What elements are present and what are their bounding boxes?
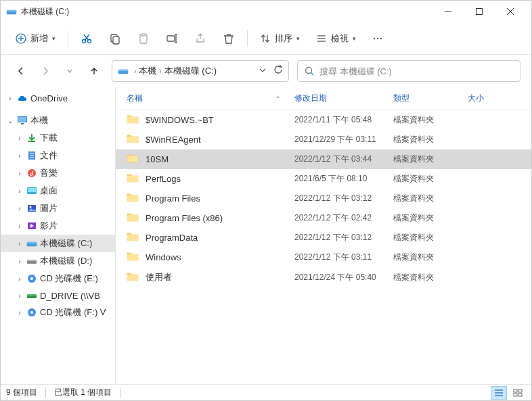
file-row[interactable]: Program Files2022/1/12 下午 03:12檔案資料夾 xyxy=(116,189,531,208)
chevron-right-icon[interactable]: › xyxy=(6,95,14,102)
chevron-down-icon[interactable]: ⌄ xyxy=(6,117,14,124)
tree-label: 本機磁碟 (C:) xyxy=(40,237,92,250)
chevron-right-icon[interactable]: › xyxy=(16,170,24,177)
svg-point-42 xyxy=(30,206,32,208)
file-type: 檔案資料夾 xyxy=(393,134,468,145)
sidebar-item-drive-c[interactable]: › 本機磁碟 (C:) xyxy=(1,235,115,252)
sidebar-item-cd-f[interactable]: › CD 光碟機 (F:) V xyxy=(1,304,115,321)
tree-label: OneDrive xyxy=(30,93,68,103)
sidebar-item-pictures[interactable]: › 圖片 xyxy=(1,199,115,217)
back-button[interactable] xyxy=(12,62,30,80)
sidebar-item-drive-d[interactable]: › 本機磁碟 (D:) xyxy=(1,252,115,270)
svg-rect-33 xyxy=(21,123,24,124)
rename-button[interactable] xyxy=(159,28,185,49)
main-content: › OneDrive ⌄ 本機 › 下載 › 文件 › 音樂 › 桌面 xyxy=(1,87,531,384)
copy-icon xyxy=(109,32,121,45)
sidebar-item-cd-e[interactable]: › CD 光碟機 (E:) xyxy=(1,270,115,287)
sidebar-item-documents[interactable]: › 文件 xyxy=(1,147,115,164)
up-button[interactable] xyxy=(85,62,104,80)
minimize-button[interactable] xyxy=(433,1,464,22)
sidebar-item-desktop[interactable]: › 桌面 xyxy=(1,182,115,199)
forward-button[interactable] xyxy=(36,62,55,80)
status-selection: 已選取 1 個項目 xyxy=(54,387,112,398)
dropdown-button[interactable] xyxy=(259,65,267,77)
share-button[interactable] xyxy=(187,28,213,49)
chevron-right-icon[interactable]: › xyxy=(16,258,24,265)
col-header-date[interactable]: 修改日期 xyxy=(294,93,393,104)
svg-point-53 xyxy=(30,311,33,314)
recent-dropdown[interactable] xyxy=(60,62,79,80)
file-row[interactable]: $WINDOWS.~BT2022/1/11 下午 05:48檔案資料夾 xyxy=(116,110,531,130)
col-header-name[interactable]: 名稱⌃ xyxy=(127,93,294,104)
folder-icon xyxy=(127,173,139,185)
chevron-right-icon[interactable]: › xyxy=(16,222,24,230)
more-button[interactable] xyxy=(365,29,390,48)
chevron-right-icon[interactable]: › xyxy=(16,205,24,212)
svg-rect-47 xyxy=(27,260,37,261)
file-name: 使用者 xyxy=(146,271,172,283)
file-list: 名稱⌃ 修改日期 類型 大小 $WINDOWS.~BT2022/1/11 下午 … xyxy=(116,87,531,384)
folder-icon xyxy=(127,154,139,165)
network-drive-icon xyxy=(26,290,37,301)
addressbar[interactable]: › 本機 › 本機磁碟 (C:) xyxy=(112,60,289,82)
sidebar-item-music[interactable]: › 音樂 xyxy=(1,164,115,182)
monitor-icon xyxy=(17,115,28,126)
searchbar[interactable] xyxy=(297,60,520,82)
file-type: 檔案資料夾 xyxy=(393,252,468,263)
file-row[interactable]: ProgramData2022/1/12 下午 03:12檔案資料夾 xyxy=(116,228,531,247)
sidebar-item-downloads[interactable]: › 下載 xyxy=(1,129,115,147)
sidebar-item-network-drive[interactable]: › D_DRIVE (\\VB xyxy=(1,287,115,304)
chevron-down-icon: ▾ xyxy=(52,35,56,42)
file-row[interactable]: Windows2022/1/12 下午 03:11檔案資料夾 xyxy=(116,247,531,267)
file-type: 檔案資料夾 xyxy=(393,193,468,204)
close-button[interactable] xyxy=(495,1,526,22)
crumb-drive-c[interactable]: 本機磁碟 (C:) xyxy=(164,65,217,77)
chevron-right-icon[interactable]: › xyxy=(16,135,24,142)
svg-point-24 xyxy=(374,37,375,39)
copy-button[interactable] xyxy=(102,28,128,49)
chevron-right-icon[interactable]: › xyxy=(16,309,24,316)
chevron-right-icon[interactable]: › xyxy=(134,68,136,75)
svg-rect-32 xyxy=(18,117,26,122)
share-icon xyxy=(194,32,206,45)
file-date: 2021/6/5 下午 08:10 xyxy=(294,173,393,185)
file-row[interactable]: Program Files (x86)2022/1/12 下午 02:42檔案資… xyxy=(116,208,531,228)
file-row[interactable]: $WinREAgent2021/12/29 下午 03:11檔案資料夾 xyxy=(116,130,531,149)
chevron-right-icon[interactable]: › xyxy=(159,68,161,75)
chevron-right-icon[interactable]: › xyxy=(16,187,24,195)
sidebar-item-videos[interactable]: › 影片 xyxy=(1,217,115,235)
crumb-thispc[interactable]: 本機 xyxy=(139,65,156,77)
cut-button[interactable] xyxy=(74,28,99,49)
details-view-button[interactable] xyxy=(491,386,507,400)
view-button[interactable]: 檢視 ▾ xyxy=(309,28,363,49)
window-title: 本機磁碟 (C:) xyxy=(21,6,433,18)
tree-label: 本機磁碟 (D:) xyxy=(40,255,92,267)
disc-icon xyxy=(26,307,37,318)
maximize-button[interactable] xyxy=(464,1,495,22)
sidebar-item-thispc[interactable]: ⌄ 本機 xyxy=(1,112,115,129)
file-row[interactable]: PerfLogs2021/6/5 下午 08:10檔案資料夾 xyxy=(116,169,531,189)
status-item-count: 9 個項目 xyxy=(6,387,37,398)
sort-button[interactable]: 排序 ▾ xyxy=(253,28,307,49)
plus-circle-icon xyxy=(16,33,26,44)
chevron-right-icon[interactable]: › xyxy=(16,152,24,160)
tree-label: CD 光碟機 (F:) V xyxy=(40,306,106,319)
paste-button[interactable] xyxy=(131,28,156,49)
refresh-button[interactable] xyxy=(273,65,283,77)
file-row[interactable]: 10SM2022/1/12 下午 03:44檔案資料夾 xyxy=(116,149,531,169)
file-date: 2022/1/11 下午 05:48 xyxy=(294,114,393,126)
chevron-right-icon[interactable]: › xyxy=(16,275,24,283)
chevron-right-icon[interactable]: › xyxy=(16,240,24,247)
folder-icon xyxy=(127,212,139,224)
col-header-type[interactable]: 類型 xyxy=(393,93,468,104)
new-button[interactable]: 新增 ▾ xyxy=(9,28,62,49)
search-input[interactable] xyxy=(319,66,513,76)
thumbnails-view-button[interactable] xyxy=(510,386,526,400)
chevron-right-icon[interactable]: › xyxy=(16,292,24,300)
file-row[interactable]: 使用者2021/12/24 下午 05:40檔案資料夾 xyxy=(116,267,531,287)
file-name: $WINDOWS.~BT xyxy=(146,115,214,125)
tree-label: 音樂 xyxy=(40,167,58,179)
col-header-size[interactable]: 大小 xyxy=(468,93,531,104)
sidebar-item-onedrive[interactable]: › OneDrive xyxy=(1,90,115,106)
delete-button[interactable] xyxy=(216,28,242,49)
